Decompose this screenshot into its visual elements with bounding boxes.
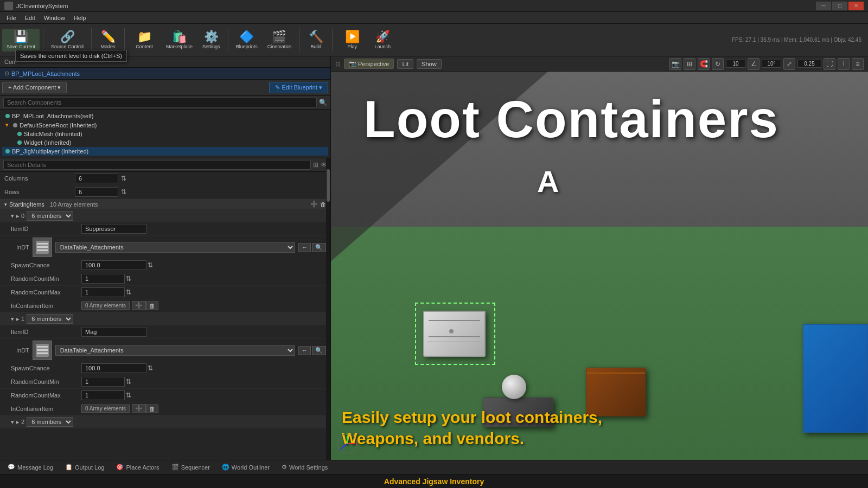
- rows-spin[interactable]: ⇅: [121, 188, 126, 196]
- viewport-3d[interactable]: Loot Containers A: [331, 72, 868, 460]
- tab-world-outliner[interactable]: 🌐 World Outliner: [216, 463, 275, 472]
- vp-maximize-icon[interactable]: ⛶: [824, 58, 835, 70]
- dt-search-0[interactable]: 🔍: [312, 243, 326, 252]
- menu-file[interactable]: File: [2, 14, 21, 22]
- prop-item1-rndmax: RandomCountMax ⇅: [0, 389, 330, 402]
- item0-indt-select[interactable]: DataTable_Attachments: [55, 242, 295, 253]
- item0-rndmax-input[interactable]: [81, 287, 125, 297]
- tab-world-settings[interactable]: ⚙ World Settings: [276, 463, 333, 472]
- marketplace-button[interactable]: 🛍️ Marketplace: [162, 29, 197, 52]
- play-button[interactable]: ▶️ Play: [336, 29, 368, 52]
- show-button[interactable]: Show: [417, 59, 442, 69]
- grid-icon[interactable]: ⊞: [313, 161, 318, 169]
- vp-grid-value-1[interactable]: [726, 60, 745, 68]
- settings-button[interactable]: ⚙️ Settings: [198, 29, 225, 52]
- build-button[interactable]: 🔨 Build: [303, 29, 329, 52]
- comp-item-defaultscene[interactable]: ▾ DefaultSceneRoot (Inherited): [2, 120, 328, 130]
- columns-spin[interactable]: ⇅: [121, 175, 126, 182]
- index-1-members-select[interactable]: 6 members: [27, 314, 73, 324]
- item0-id-input[interactable]: [81, 224, 146, 234]
- save-tooltip: Saves the current level to disk (Ctrl+S): [15, 50, 127, 62]
- modes-button[interactable]: ✏️ Modes: [95, 29, 121, 52]
- vp-grid-icon[interactable]: ⊞: [684, 58, 695, 70]
- rndmax-spin-0[interactable]: ⇅: [126, 288, 131, 296]
- item1-id-input[interactable]: [81, 327, 146, 337]
- lit-button[interactable]: Lit: [397, 59, 413, 69]
- vp-rotate-icon[interactable]: ↻: [712, 58, 724, 70]
- comp-item-jigsawmultiplayer[interactable]: BP_JigMultiplayer (Inherited): [2, 147, 328, 156]
- item1-incontr-badge: 0 Array elements: [81, 404, 130, 413]
- vp-snap-icon[interactable]: 🧲: [698, 58, 710, 70]
- comp-item-self[interactable]: BP_MPLoot_Attachments(self): [2, 112, 328, 120]
- item0-rndmin-input[interactable]: [81, 274, 125, 284]
- sequencer-label: Sequencer: [181, 464, 210, 471]
- vp-angle-icon[interactable]: ∠: [748, 58, 760, 70]
- dt-arrow-left-1[interactable]: ←: [298, 346, 311, 355]
- array-index-1-label: ▸ 1: [16, 316, 24, 323]
- comp-item-widget[interactable]: Widget (Inherited): [2, 138, 328, 147]
- vp-scale-icon[interactable]: ⤢: [783, 58, 795, 70]
- tab-message-log[interactable]: 💬 Message Log: [2, 463, 59, 472]
- search-components-input[interactable]: [3, 98, 317, 107]
- rndmin-spin-1[interactable]: ⇅: [126, 378, 131, 386]
- menu-help[interactable]: Help: [69, 14, 91, 22]
- scrollbar-thumb[interactable]: [327, 169, 330, 202]
- index-0-members-select[interactable]: 6 members: [27, 211, 73, 221]
- item1-indt-select[interactable]: DataTable_Attachments: [55, 345, 295, 356]
- cinematics-label: Cinematics: [267, 44, 292, 49]
- search-details-input[interactable]: [3, 160, 311, 170]
- rndmin-spin-0[interactable]: ⇅: [126, 275, 131, 282]
- source-control-button[interactable]: 🔗 Source Control: [47, 29, 88, 52]
- vp-expand-icon[interactable]: ⊡: [335, 60, 341, 68]
- sequencer-icon: 🎬: [171, 464, 179, 471]
- index-2-members-select[interactable]: 6 members: [27, 417, 73, 427]
- content-button[interactable]: 📁 Content: [128, 29, 161, 52]
- vp-info-icon[interactable]: i: [838, 58, 850, 70]
- add-incontr-0-button[interactable]: ➕: [132, 301, 146, 310]
- add-incontr-1-button[interactable]: ➕: [132, 404, 146, 413]
- spawn-spin-1[interactable]: ⇅: [148, 364, 153, 372]
- minimize-button[interactable]: ─: [816, 2, 831, 10]
- dt-search-1[interactable]: 🔍: [312, 346, 326, 355]
- item0-spawn-input[interactable]: [81, 260, 146, 270]
- maximize-button[interactable]: □: [832, 2, 847, 10]
- add-array-item-button[interactable]: ➕: [310, 201, 318, 208]
- array-item-1-header[interactable]: ▾ ▸ 1 6 members: [0, 312, 330, 325]
- edit-blueprint-button[interactable]: ✎ Edit Blueprint ▾: [269, 82, 328, 93]
- cinematics-button[interactable]: 🎬 Cinematics: [263, 29, 296, 52]
- item1-rndmin-input[interactable]: [81, 377, 125, 387]
- vp-grid-value-2[interactable]: [762, 60, 781, 68]
- tab-output-log[interactable]: 📋 Output Log: [60, 463, 110, 472]
- viewport-gizmo: X Y Z: [336, 433, 358, 454]
- columns-input[interactable]: [75, 174, 118, 183]
- vp-layers-icon[interactable]: ≡: [852, 58, 864, 70]
- blueprints-button[interactable]: 🔷 Blueprints: [232, 29, 262, 52]
- array-item-2-header[interactable]: ▾ ▸ 2 6 members: [0, 415, 330, 428]
- output-log-icon: 📋: [65, 464, 73, 471]
- search-icon[interactable]: 🔍: [319, 99, 327, 106]
- vp-zoom-value[interactable]: [797, 60, 821, 68]
- tab-sequencer[interactable]: 🎬 Sequencer: [166, 463, 215, 472]
- rndmax-spin-1[interactable]: ⇅: [126, 391, 131, 399]
- comp-item-staticmesh[interactable]: StaticMesh (Inherited): [2, 130, 328, 138]
- item1-spawn-input[interactable]: [81, 363, 146, 373]
- del-incontr-1-button[interactable]: 🗑: [146, 404, 158, 413]
- save-current-button[interactable]: 💾 Save Current: [2, 29, 40, 52]
- dt-arrow-left-0[interactable]: ←: [298, 243, 311, 252]
- perspective-button[interactable]: 📷 Perspective: [344, 59, 394, 69]
- spawn-spin-0[interactable]: ⇅: [148, 261, 153, 269]
- menu-edit[interactable]: Edit: [21, 14, 40, 22]
- starting-items-header[interactable]: ▾ StartingItems 10 Array elements ➕ 🗑: [0, 199, 330, 209]
- remove-array-item-button[interactable]: 🗑: [320, 201, 326, 208]
- launch-button[interactable]: 🚀 Launch: [369, 29, 395, 52]
- item1-rndmax-input[interactable]: [81, 390, 125, 400]
- del-incontr-0-button[interactable]: 🗑: [146, 301, 158, 310]
- array-item-0-header[interactable]: ▾ ▸ 0 6 members: [0, 209, 330, 222]
- add-component-button[interactable]: + Add Component ▾: [2, 82, 67, 93]
- toolbar-separator-3: [124, 28, 125, 52]
- close-button[interactable]: ✕: [848, 2, 864, 10]
- tab-place-actors[interactable]: 🎯 Place Actors: [111, 463, 164, 472]
- vp-camera-icon[interactable]: 📷: [669, 58, 681, 70]
- rows-input[interactable]: [75, 187, 118, 197]
- menu-window[interactable]: Window: [40, 14, 69, 22]
